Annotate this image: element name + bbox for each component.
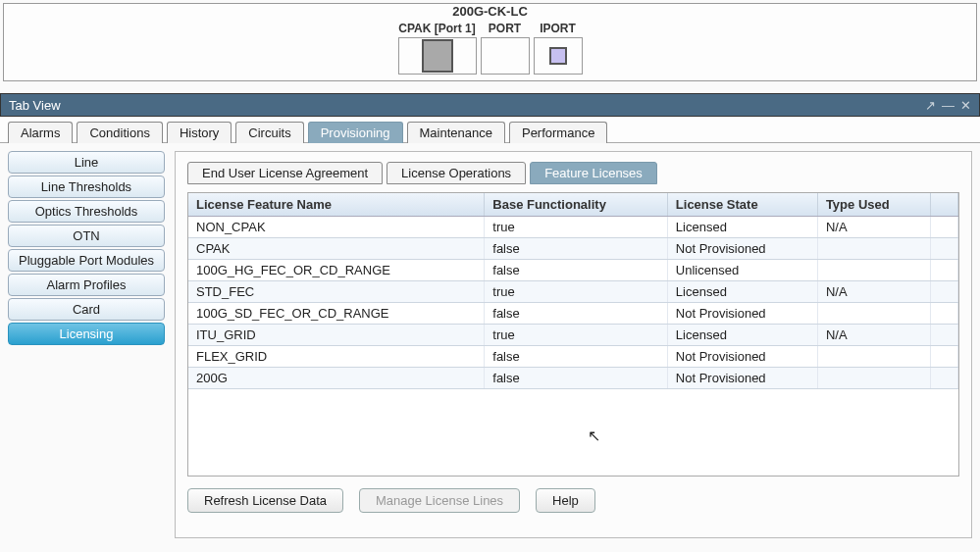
table-row[interactable]: FLEX_GRIDfalseNot Provisioned [188,346,958,368]
cell-state: Licensed [667,281,817,303]
cell-base: true [485,217,668,238]
cell-state: Not Provisioned [667,303,817,325]
port-cpak-module [422,39,453,73]
tab-maintenance[interactable]: Maintenance [407,122,505,143]
cell-spacer [931,303,958,325]
col-header-1[interactable]: Base Functionality [485,193,668,217]
sidebar-item-line-thresholds[interactable]: Line Thresholds [8,176,165,198]
cell-base: false [485,238,668,260]
tab-view-label: Tab View [9,98,61,113]
table-row[interactable]: NON_CPAKtrueLicensedN/A [188,217,958,238]
col-header-0[interactable]: License Feature Name [188,193,485,217]
subtab-license-operations[interactable]: License Operations [387,162,526,184]
port-port-label: PORT [481,22,530,35]
table-row[interactable]: CPAKfalseNot Provisioned [188,238,958,260]
port-port-box[interactable] [481,37,530,75]
sidebar-item-pluggable-port-modules[interactable]: Pluggable Port Modules [8,249,165,272]
sidebar-item-licensing[interactable]: Licensing [8,323,165,345]
detach-icon[interactable]: ↗ [925,98,936,113]
cell-spacer [931,217,958,238]
port-iport-module [549,47,567,65]
cell-state: Licensed [667,217,817,238]
table-row[interactable]: STD_FECtrueLicensedN/A [188,281,958,303]
table-row[interactable]: 100G_HG_FEC_OR_CD_RANGEfalseUnlicensed [188,260,958,281]
col-header-3[interactable]: Type Used [817,193,930,217]
cell-feature: ITU_GRID [188,325,485,346]
tab-view-bar: Tab View ↗ — ✕ [0,93,980,117]
sidebar-item-optics-thresholds[interactable]: Optics Thresholds [8,200,165,223]
cell-type [817,346,930,368]
cell-feature: 200G [188,368,485,389]
cell-feature: CPAK [188,238,485,260]
cell-state: Not Provisioned [667,238,817,260]
cell-state: Not Provisioned [667,346,817,368]
cell-state: Licensed [667,325,817,346]
cell-state: Unlicensed [667,260,817,281]
subtab-feature-licenses[interactable]: Feature Licenses [530,162,657,184]
cell-feature: 100G_SD_FEC_OR_CD_RANGE [188,303,485,325]
cell-base: false [485,346,668,368]
cell-base: false [485,368,668,389]
cell-base: false [485,303,668,325]
feature-licenses-table-wrap[interactable]: License Feature NameBase FunctionalityLi… [187,192,959,477]
cell-feature: 100G_HG_FEC_OR_CD_RANGE [188,260,485,281]
device-title: 200G-CK-LC [450,4,530,19]
subtab-eula[interactable]: End User License Agreement [187,162,383,184]
port-cpak-box[interactable] [398,37,477,75]
tab-conditions[interactable]: Conditions [77,122,162,143]
cell-spacer [931,281,958,303]
licensing-panel: End User License AgreementLicense Operat… [175,151,972,538]
tab-history[interactable]: History [167,122,232,143]
close-icon[interactable]: ✕ [960,98,971,113]
cell-state: Not Provisioned [667,368,817,389]
table-row[interactable]: 100G_SD_FEC_OR_CD_RANGEfalseNot Provisio… [188,303,958,325]
cell-type [817,260,930,281]
table-row[interactable]: ITU_GRIDtrueLicensedN/A [188,325,958,346]
cell-type [817,368,930,389]
refresh-license-data-button[interactable]: Refresh License Data [187,488,343,513]
tab-provisioning[interactable]: Provisioning [308,122,403,143]
tab-alarms[interactable]: Alarms [8,122,73,143]
cell-feature: NON_CPAK [188,217,485,238]
provisioning-sidebar: LineLine ThresholdsOptics ThresholdsOTNP… [8,151,165,345]
cell-base: true [485,281,668,303]
cell-spacer [931,238,958,260]
tab-circuits[interactable]: Circuits [235,122,303,143]
sidebar-item-alarm-profiles[interactable]: Alarm Profiles [8,274,165,296]
cell-spacer [931,368,958,389]
cell-spacer [931,346,958,368]
cell-type: N/A [817,325,930,346]
feature-licenses-table: License Feature NameBase FunctionalityLi… [188,193,958,389]
cell-feature: STD_FEC [188,281,485,303]
cell-spacer [931,260,958,281]
minimize-icon[interactable]: — [942,98,954,113]
help-button[interactable]: Help [536,488,595,513]
licensing-subtabs: End User License AgreementLicense Operat… [187,162,959,184]
sidebar-item-line[interactable]: Line [8,151,165,174]
manage-license-lines-button: Manage License Lines [359,488,520,513]
sidebar-item-card[interactable]: Card [8,298,165,321]
tab-performance[interactable]: Performance [509,122,607,143]
cell-type: N/A [817,281,930,303]
cell-type: N/A [817,217,930,238]
cell-spacer [931,325,958,346]
col-header-spacer [931,193,958,217]
port-iport-box[interactable] [534,37,583,75]
port-iport-label: IPORT [534,22,583,35]
cell-type [817,238,930,260]
cell-type [817,303,930,325]
cell-feature: FLEX_GRID [188,346,485,368]
port-cpak-label: CPAK [Port 1] [398,22,477,35]
col-header-2[interactable]: License State [667,193,817,217]
cell-base: true [485,325,668,346]
main-tabs-row: AlarmsConditionsHistoryCircuitsProvision… [0,117,980,143]
device-panel: 200G-CK-LC CPAK [Port 1]PORTIPORT [3,3,977,81]
cell-base: false [485,260,668,281]
sidebar-item-otn[interactable]: OTN [8,225,165,247]
table-row[interactable]: 200GfalseNot Provisioned [188,368,958,389]
